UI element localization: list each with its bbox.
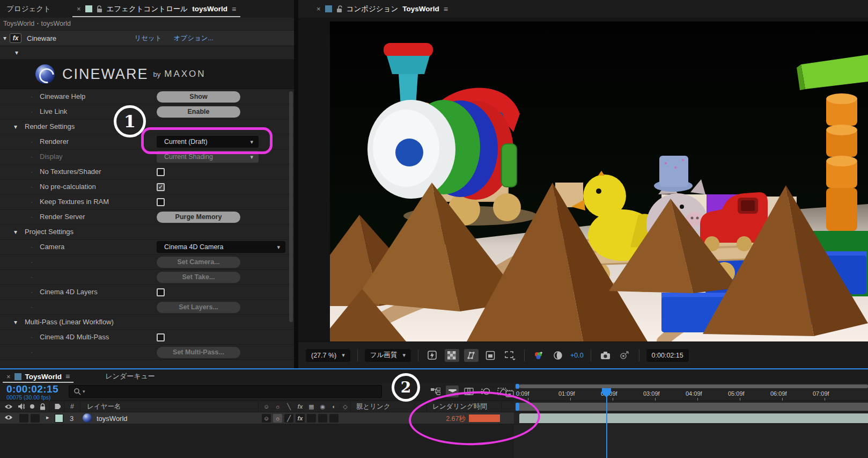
set-take-button[interactable]: Set Take... — [157, 272, 240, 283]
effect-name[interactable]: Cineware — [27, 34, 56, 42]
current-timecode[interactable]: 0:00:02:15 — [6, 384, 58, 395]
panel-menu-icon[interactable]: ≡ — [65, 372, 70, 381]
scrollbar[interactable] — [289, 91, 293, 322]
region-of-interest-button[interactable] — [483, 349, 498, 362]
snapshot-button[interactable] — [598, 349, 613, 362]
shy-icon[interactable]: ☺ — [262, 414, 271, 423]
exposure-value[interactable]: +0.0 — [570, 352, 584, 359]
frame-blend-icon[interactable]: ▦ — [307, 403, 316, 410]
options-link[interactable]: オプション... — [174, 34, 214, 43]
playhead-line[interactable] — [606, 388, 607, 458]
param-label: Keep Textures in RAM — [40, 198, 109, 206]
time-ruler[interactable]: 0:09f01:09f02:09f03:09f04:09f05:09f06:09… — [514, 389, 868, 401]
param-label: Display — [40, 152, 63, 161]
chevron-down-icon[interactable]: ▾ — [3, 34, 6, 42]
chevron-down-icon[interactable]: ▾ — [14, 318, 17, 326]
lock-icon[interactable] — [97, 5, 102, 13]
param-dot: · — [31, 198, 33, 206]
set-multi-pass-button[interactable]: Set Multi-Pass... — [157, 347, 240, 358]
chevron-down-icon: ▾ — [250, 154, 253, 161]
layer-name[interactable]: toysWorld — [97, 415, 128, 423]
enable-button[interactable]: Enable — [157, 106, 240, 118]
scroll-start-cap[interactable] — [516, 384, 519, 389]
layer-name-column-header[interactable]: レイヤー名 — [80, 401, 259, 412]
empty-switch-icon[interactable] — [307, 414, 316, 423]
mask-visibility-button[interactable] — [464, 349, 479, 362]
tab-effect-controls[interactable]: × エフェクトコントロール toysWorld ≡ — [70, 0, 242, 18]
collapse-icon[interactable]: ☼ — [273, 414, 282, 423]
layer-eye-icon[interactable] — [4, 415, 13, 420]
fast-previews-button[interactable] — [425, 349, 440, 362]
no-pre-calculation-checkbox[interactable]: ✓ — [157, 183, 165, 191]
set-camera-button[interactable]: Set Camera... — [157, 257, 240, 268]
quality-icon[interactable]: ╲ — [284, 403, 293, 410]
set-layers-button[interactable]: Set Layers... — [157, 302, 240, 313]
grid-guides-button[interactable] — [503, 349, 517, 362]
panel-menu-icon[interactable]: ≡ — [232, 5, 236, 13]
magnification-value: (27.7 %) — [311, 352, 336, 359]
search-input[interactable]: ▾ — [69, 385, 382, 398]
close-icon[interactable]: × — [317, 5, 321, 13]
group-label[interactable]: Multi-Pass (Linear Workflow) — [25, 318, 114, 326]
reset-link[interactable]: リセット — [134, 34, 161, 43]
exposure-icon[interactable] — [551, 349, 565, 362]
work-area-bar[interactable] — [519, 403, 868, 411]
timeline-track-area[interactable]: 0:09f01:09f02:09f03:09f04:09f05:09f06:09… — [514, 383, 868, 458]
collapse-icon[interactable]: ☼ — [273, 403, 282, 410]
empty-switch-icon[interactable] — [329, 414, 339, 423]
preview-timecode[interactable]: 0:00:02:15 — [646, 349, 689, 362]
chevron-right-icon[interactable]: ▸ — [46, 414, 49, 421]
solo-icon[interactable] — [30, 404, 35, 409]
shy-icon[interactable]: ☺ — [262, 403, 271, 410]
tab-timeline-toysworld[interactable]: × ToysWorld ≡ — [1, 369, 75, 383]
panel-menu-icon[interactable]: ≡ — [444, 5, 448, 13]
mini-flowchart-icon[interactable] — [429, 386, 442, 397]
panel-divider[interactable] — [294, 0, 298, 368]
cineware-logo-band: CINEWARE by MAXON — [0, 60, 294, 89]
magnification-dropdown[interactable]: (27.7 %) ▾ — [306, 349, 350, 362]
solo-toggle[interactable] — [31, 414, 40, 423]
lock-icon[interactable] — [40, 403, 46, 410]
horizontal-scrollbar[interactable] — [519, 384, 868, 388]
close-icon[interactable]: × — [77, 5, 81, 13]
camera-dropdown[interactable]: Cinema 4D Camera▾ — [157, 241, 285, 253]
tab-render-queue[interactable]: レンダーキュー — [105, 372, 155, 381]
no-textures-shader-checkbox[interactable] — [157, 168, 165, 176]
purge-memory-button[interactable]: Purge Memory — [157, 212, 240, 223]
layer-duration-bar[interactable] — [519, 413, 868, 423]
3d-icon[interactable]: ◇ — [341, 403, 350, 410]
current-time-display[interactable]: 0:00:02:15 00075 (30.00 fps) — [6, 384, 58, 401]
group-label[interactable]: Project Settings — [25, 228, 73, 236]
transparency-grid-button[interactable] — [445, 349, 459, 362]
empty-switch-icon[interactable] — [318, 414, 327, 423]
label-column-header[interactable] — [49, 401, 64, 412]
number-column-header[interactable]: # — [64, 401, 80, 412]
resolution-dropdown[interactable]: フル画質 ▾ — [365, 349, 411, 362]
eye-icon[interactable] — [4, 404, 13, 410]
show-snapshot-button[interactable] — [617, 349, 632, 362]
audio-toggle[interactable] — [19, 414, 28, 423]
composition-viewport[interactable] — [298, 18, 868, 341]
cinema-4d-layers-checkbox[interactable] — [157, 288, 165, 296]
annotation-circle-2: 2 — [392, 373, 420, 402]
fx-icon[interactable]: fx — [296, 403, 305, 410]
unlock-icon[interactable] — [336, 5, 342, 13]
annotation-highlight-renderer — [141, 127, 273, 154]
chevron-down-icon[interactable]: ▾ — [15, 49, 18, 56]
fx-icon[interactable]: fx — [296, 414, 305, 423]
chevron-down-icon[interactable]: ▾ — [14, 123, 17, 130]
close-icon[interactable]: × — [6, 373, 11, 381]
tab-composition[interactable]: × コンポジション ToysWorld ≡ — [310, 0, 454, 18]
motion-blur-icon[interactable]: ◉ — [318, 403, 327, 410]
audio-icon[interactable] — [18, 403, 25, 410]
cinema-4d-multi-pass-checkbox[interactable] — [157, 333, 165, 341]
tab-project[interactable]: プロジェクト — [6, 4, 51, 14]
chevron-down-icon[interactable]: ▾ — [14, 228, 17, 236]
adjustment-icon[interactable]: ◐ — [329, 403, 339, 410]
layer-label-swatch[interactable] — [55, 414, 63, 423]
show-channels-button[interactable] — [532, 349, 546, 362]
keep-textures-in-ram-checkbox[interactable] — [157, 198, 165, 206]
quality-icon[interactable]: ╱ — [284, 414, 293, 423]
group-label[interactable]: Render Settings — [25, 122, 75, 130]
show-button[interactable]: Show — [157, 91, 240, 103]
